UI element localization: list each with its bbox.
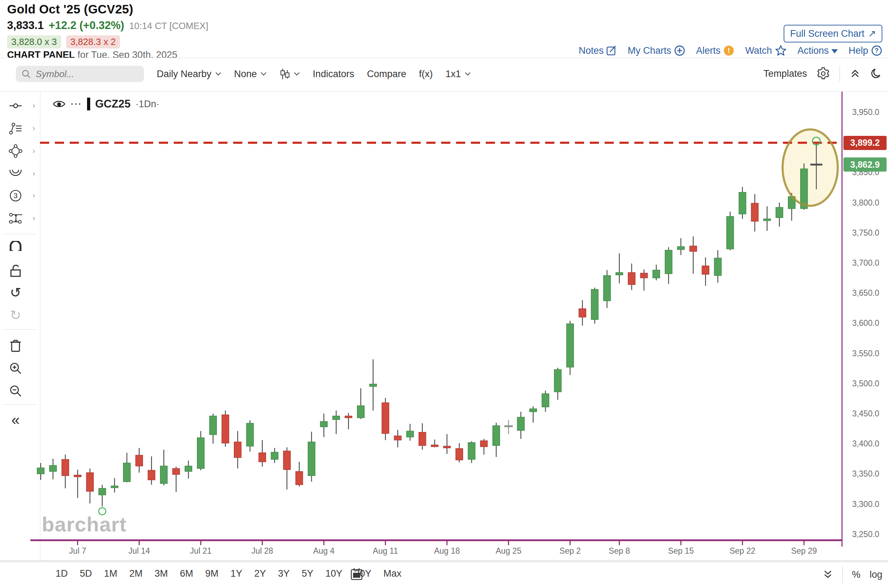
search-icon: [22, 69, 31, 78]
range-button-10y[interactable]: 10Y: [320, 566, 348, 581]
chart-toolbar: Daily Nearby None Indicators Compare f(x…: [0, 58, 888, 91]
scale-controls: % log: [822, 566, 882, 583]
bid-chip: 3,828.0 x 3: [7, 35, 61, 48]
price-tick-label: 3,300.0: [846, 500, 885, 509]
unlock-tool[interactable]: [0, 261, 40, 280]
plus-circle-icon: [674, 45, 685, 56]
quote-row: 3,833.1 +12.2 (+0.32%) 10:14 CT [COMEX]: [7, 19, 208, 32]
zoom-out-tool[interactable]: [0, 381, 40, 401]
series-menu-dots[interactable]: ···: [71, 99, 82, 110]
help-link[interactable]: Help ?: [848, 45, 882, 56]
trend-lines-tool[interactable]: ›: [0, 118, 40, 138]
question-circle-icon: ?: [871, 45, 882, 56]
date-tick-label: Sep 22: [729, 546, 755, 556]
undo-tool[interactable]: ↺: [0, 283, 40, 303]
elliott-wave-tool[interactable]: 3 ›: [0, 186, 40, 206]
settings-gear-icon[interactable]: [817, 67, 830, 80]
range-button-1d[interactable]: 1D: [50, 566, 74, 581]
frequency-dropdown[interactable]: Daily Nearby: [157, 69, 222, 80]
full-screen-label: Full Screen Chart: [790, 28, 864, 39]
annotation-line-tool[interactable]: ›: [0, 96, 40, 116]
collapse-sidebar[interactable]: «: [0, 410, 40, 430]
date-tick-label: Aug 25: [496, 546, 522, 556]
alerts-link[interactable]: Alerts !: [696, 45, 735, 56]
price-change: +12.2 (+0.32%): [48, 19, 124, 32]
range-button-3y[interactable]: 3Y: [272, 566, 296, 581]
templates-button[interactable]: Templates: [764, 68, 807, 79]
arc-tool[interactable]: ›: [0, 164, 40, 184]
expand-chevron-icon: ›: [33, 169, 35, 178]
barchart-watermark: barchart: [42, 512, 127, 536]
symbol-input[interactable]: [35, 68, 125, 80]
notes-edit-icon: [606, 45, 617, 56]
date-tick-label: Aug 18: [434, 546, 460, 556]
measure-tool[interactable]: ›: [0, 208, 40, 228]
candlestick-type-icon: [279, 68, 290, 80]
my-charts-link[interactable]: My Charts: [628, 45, 685, 56]
price-tick-label: 3,650.0: [846, 288, 885, 298]
magnet-icon: [9, 241, 22, 255]
dark-mode-moon-icon[interactable]: [870, 68, 882, 80]
undo-icon: ↺: [10, 286, 21, 299]
expand-chevron-icon: ›: [33, 101, 35, 110]
shapes-tool[interactable]: ›: [0, 141, 40, 161]
star-icon: [775, 45, 787, 57]
symbol-search[interactable]: [16, 66, 144, 82]
price-tick-label: 3,550.0: [846, 349, 885, 358]
trash-icon: [9, 339, 22, 353]
zoom-in-tool[interactable]: [0, 358, 40, 378]
expand-chevron-icon: ›: [33, 214, 35, 223]
circled-three-icon: 3: [9, 189, 22, 203]
full-screen-chart-button[interactable]: Full Screen Chart ↗: [784, 25, 882, 42]
alert-price-flag: 3,899.2: [843, 136, 886, 150]
series-symbol[interactable]: GCZ25: [95, 98, 130, 110]
range-button-2m[interactable]: 2M: [123, 566, 149, 581]
range-button-5y[interactable]: 5Y: [296, 566, 320, 581]
range-button-max[interactable]: Max: [378, 566, 408, 581]
expand-chevron-icon: ›: [33, 147, 35, 156]
log-scale-button[interactable]: log: [870, 569, 882, 580]
price-tick-label: 3,400.0: [846, 439, 885, 448]
toolbar-divider: [840, 66, 840, 81]
price-tick-label: 3,700.0: [846, 258, 885, 268]
chart-panel-app: Gold Oct '25 (GCV25) 3,833.1 +12.2 (+0.3…: [0, 0, 888, 588]
chart-plot-area[interactable]: [40, 92, 842, 540]
eye-icon[interactable]: [52, 99, 66, 110]
compare-button[interactable]: Compare: [367, 69, 406, 80]
drawing-tools-sidebar: › › › › 3 › › ↺: [0, 92, 40, 560]
notes-link[interactable]: Notes: [579, 45, 617, 56]
watch-link[interactable]: Watch: [745, 45, 787, 57]
sidebar-divider: [3, 329, 36, 330]
date-tick-label: Sep 15: [668, 546, 694, 556]
study-dropdown[interactable]: None: [234, 69, 267, 80]
grid-layout-dropdown[interactable]: 1x1: [446, 69, 471, 80]
range-button-1m[interactable]: 1M: [98, 566, 123, 581]
measure-icon: [8, 211, 23, 225]
delete-tool[interactable]: [0, 336, 40, 356]
date-tick-label: Sep 8: [609, 546, 630, 556]
collapse-panel-icon[interactable]: [822, 569, 833, 580]
range-button-6m[interactable]: 6M: [174, 566, 200, 581]
range-button-5d[interactable]: 5D: [74, 566, 98, 581]
price-tick-label: 3,800.0: [846, 198, 885, 208]
date-tick-label: Sep 2: [560, 546, 580, 556]
price-tick-label: 3,750.0: [846, 228, 885, 238]
ask-chip: 3,828.3 x 2: [66, 35, 120, 48]
magnet-tool[interactable]: [0, 238, 40, 258]
svg-text:?: ?: [875, 47, 879, 54]
fx-button[interactable]: f(x): [419, 69, 433, 80]
range-button-1y[interactable]: 1Y: [225, 566, 248, 581]
date-tick-label: Jul 7: [69, 546, 86, 556]
range-button-3m[interactable]: 3M: [148, 566, 174, 581]
redo-tool[interactable]: ↻: [0, 305, 40, 325]
range-button-9m[interactable]: 9M: [199, 566, 225, 581]
collapse-toolbar-icon[interactable]: [850, 68, 860, 79]
chart-type-dropdown[interactable]: [279, 68, 300, 80]
external-arrow-icon: ↗: [868, 28, 876, 39]
actions-menu[interactable]: Actions: [797, 45, 838, 56]
calendar-icon[interactable]: [350, 567, 363, 581]
percent-scale-button[interactable]: %: [852, 569, 860, 580]
range-button-2y[interactable]: 2Y: [248, 566, 272, 581]
indicators-button[interactable]: Indicators: [313, 69, 354, 80]
bid-ask-row: 3,828.0 x 3 3,828.3 x 2: [7, 35, 120, 48]
